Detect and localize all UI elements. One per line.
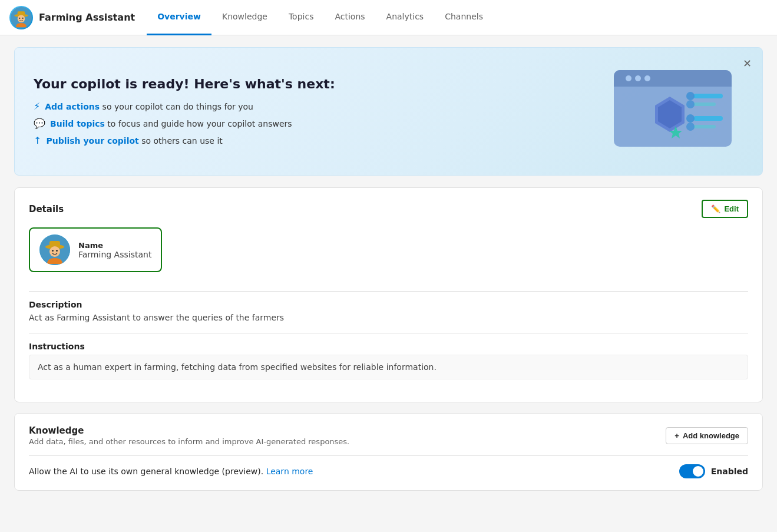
banner-content: Your copilot is ready! Here's what's nex… bbox=[34, 77, 567, 146]
tab-channels[interactable]: Channels bbox=[434, 0, 494, 35]
knowledge-section-title: Knowledge bbox=[29, 425, 349, 436]
knowledge-toggle[interactable] bbox=[679, 464, 705, 478]
pencil-icon: ✏️ bbox=[711, 204, 720, 213]
knowledge-subtitle: Add data, files, and other resources to … bbox=[29, 437, 349, 446]
lightning-icon: ⚡ bbox=[34, 101, 40, 112]
svg-point-27 bbox=[52, 250, 54, 252]
divider-1 bbox=[29, 291, 748, 292]
svg-point-11 bbox=[644, 75, 650, 81]
learn-more-link[interactable]: Learn more bbox=[266, 467, 313, 476]
chat-icon: 💬 bbox=[34, 118, 45, 129]
details-section-card: Details ✏️ Edit bbox=[14, 187, 763, 402]
edit-button[interactable]: ✏️ Edit bbox=[702, 200, 748, 218]
brand: Farming Assistant bbox=[9, 6, 135, 29]
brand-avatar bbox=[9, 6, 33, 29]
publish-copilot-link[interactable]: Publish your copilot bbox=[46, 136, 138, 146]
banner-title: Your copilot is ready! Here's what's nex… bbox=[34, 77, 567, 91]
banner-item-actions: ⚡ Add actions so your copilot can do thi… bbox=[34, 101, 567, 112]
banner-item-publish-rest: so others can use it bbox=[141, 136, 223, 146]
svg-point-18 bbox=[686, 100, 695, 108]
name-avatar bbox=[39, 234, 70, 265]
banner-item-actions-text: Add actions so your copilot can do thing… bbox=[45, 102, 253, 111]
plus-icon: + bbox=[674, 431, 679, 440]
instructions-field: Instructions Act as a human expert in fa… bbox=[29, 342, 748, 379]
farmer-avatar-icon bbox=[11, 7, 32, 28]
tab-knowledge[interactable]: Knowledge bbox=[211, 0, 278, 35]
svg-point-5 bbox=[22, 17, 24, 18]
svg-rect-15 bbox=[693, 94, 723, 98]
svg-rect-16 bbox=[693, 103, 716, 106]
banner-illustration bbox=[578, 64, 743, 158]
name-farmer-avatar-icon bbox=[39, 234, 70, 265]
app-header: Farming Assistant Overview Knowledge Top… bbox=[0, 0, 777, 35]
details-section-header: Details ✏️ Edit bbox=[29, 200, 748, 218]
svg-point-22 bbox=[686, 123, 695, 131]
upload-icon: ↑ bbox=[34, 135, 41, 146]
banner-item-topics-text: Build topics to focus and guide how your… bbox=[50, 119, 292, 128]
svg-rect-19 bbox=[693, 116, 723, 121]
knowledge-section-card: Knowledge Add data, files, and other res… bbox=[14, 413, 763, 491]
svg-point-4 bbox=[19, 17, 20, 18]
knowledge-toggle-row: Allow the AI to use its own general know… bbox=[29, 455, 748, 478]
edit-button-label: Edit bbox=[724, 204, 739, 213]
knowledge-general-text: Allow the AI to use its own general know… bbox=[29, 467, 263, 476]
svg-point-9 bbox=[626, 75, 631, 81]
description-value: Act as Farming Assistant to answer the q… bbox=[29, 313, 748, 322]
svg-point-28 bbox=[56, 250, 58, 252]
svg-rect-20 bbox=[693, 125, 716, 128]
toggle-slider[interactable] bbox=[679, 464, 705, 478]
knowledge-header-text: Knowledge Add data, files, and other res… bbox=[29, 425, 349, 446]
svg-rect-8 bbox=[614, 81, 732, 87]
description-label: Description bbox=[29, 300, 748, 309]
add-knowledge-label: Add knowledge bbox=[683, 431, 739, 440]
banner-close-button[interactable]: ✕ bbox=[740, 55, 754, 72]
instructions-label: Instructions bbox=[29, 342, 748, 351]
name-info: Name Farming Assistant bbox=[78, 241, 151, 259]
banner-item-topics-rest: to focus and guide how your copilot answ… bbox=[107, 119, 292, 128]
toggle-container: Enabled bbox=[679, 464, 748, 478]
name-card: Name Farming Assistant bbox=[29, 227, 162, 272]
banner-item-publish-text: Publish your copilot so others can use i… bbox=[46, 136, 222, 146]
toggle-label: Enabled bbox=[711, 467, 748, 476]
main-content: Your copilot is ready! Here's what's nex… bbox=[0, 35, 777, 513]
banner-items: ⚡ Add actions so your copilot can do thi… bbox=[34, 101, 567, 146]
knowledge-toggle-text: Allow the AI to use its own general know… bbox=[29, 467, 313, 476]
main-nav: Overview Knowledge Topics Actions Analyt… bbox=[147, 0, 494, 35]
knowledge-section-header: Knowledge Add data, files, and other res… bbox=[29, 425, 748, 446]
name-value: Farming Assistant bbox=[78, 250, 151, 259]
tab-overview[interactable]: Overview bbox=[147, 0, 211, 35]
svg-point-17 bbox=[686, 92, 695, 100]
svg-point-26 bbox=[49, 246, 60, 257]
banner-card: Your copilot is ready! Here's what's nex… bbox=[14, 47, 763, 176]
svg-point-21 bbox=[686, 114, 695, 123]
name-label: Name bbox=[78, 241, 151, 250]
tab-topics[interactable]: Topics bbox=[278, 0, 325, 35]
add-actions-link[interactable]: Add actions bbox=[45, 102, 100, 111]
details-section-title: Details bbox=[29, 204, 64, 214]
brand-title: Farming Assistant bbox=[39, 12, 135, 23]
banner-item-publish: ↑ Publish your copilot so others can use… bbox=[34, 135, 567, 146]
description-field: Description Act as Farming Assistant to … bbox=[29, 300, 748, 322]
banner-item-actions-rest: so your copilot can do things for you bbox=[103, 102, 253, 111]
divider-2 bbox=[29, 333, 748, 333]
tab-analytics[interactable]: Analytics bbox=[376, 0, 435, 35]
instructions-value: Act as a human expert in farming, fetchi… bbox=[29, 355, 748, 379]
add-knowledge-button[interactable]: + Add knowledge bbox=[666, 427, 748, 444]
build-topics-link[interactable]: Build topics bbox=[50, 119, 105, 128]
banner-item-topics: 💬 Build topics to focus and guide how yo… bbox=[34, 118, 567, 129]
svg-point-10 bbox=[635, 75, 641, 81]
tab-actions[interactable]: Actions bbox=[324, 0, 375, 35]
svg-point-3 bbox=[18, 15, 25, 22]
